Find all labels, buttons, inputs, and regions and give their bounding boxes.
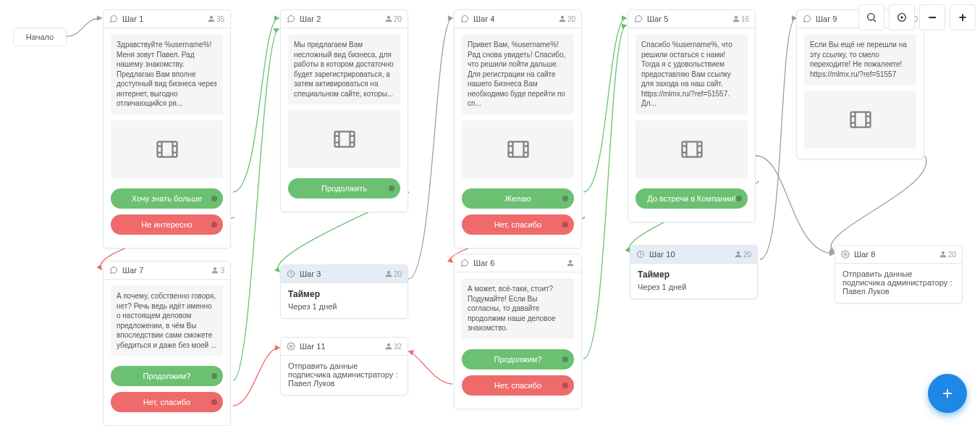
card-header: Шаг 6 xyxy=(455,254,581,272)
svg-point-6 xyxy=(290,346,292,348)
gears-icon xyxy=(287,342,295,351)
card-count: 16 xyxy=(732,15,749,23)
card-step-7[interactable]: Шаг 7 3 А почему, собственно говоря, нет… xyxy=(103,261,231,426)
card-header: Шаг 5 16 xyxy=(628,10,755,28)
card-count: 20 xyxy=(385,15,402,23)
add-step-fab[interactable]: + xyxy=(928,374,967,413)
card-step-5[interactable]: Шаг 5 16 Спасибо %username%, что решили … xyxy=(628,9,756,222)
card-header: Шаг 10 20 xyxy=(630,246,757,264)
svg-rect-1 xyxy=(334,132,354,147)
clock-icon xyxy=(287,270,295,278)
button-no-thanks[interactable]: Нет, спасибо xyxy=(462,214,574,235)
chat-icon xyxy=(460,259,469,267)
button-see-you[interactable]: До встречи в Компании! xyxy=(635,188,748,209)
target-icon xyxy=(896,12,908,23)
chat-icon xyxy=(109,266,118,275)
card-count: 20 xyxy=(735,251,751,259)
svg-rect-0 xyxy=(157,141,177,156)
card-step-6[interactable]: Шаг 6 А может, всё-таки, стоит? Подумайт… xyxy=(454,254,582,409)
gears-icon xyxy=(841,250,850,259)
card-count: 20 xyxy=(939,251,956,259)
card-header: Шаг 7 3 xyxy=(104,262,230,280)
svg-point-8 xyxy=(845,254,847,256)
minus-icon: − xyxy=(928,9,937,26)
button-not-interested[interactable]: Не интересно xyxy=(111,214,223,235)
svg-rect-2 xyxy=(508,141,528,156)
card-title: Шаг 10 xyxy=(649,250,735,259)
card-title: Шаг 3 xyxy=(300,270,385,278)
message-text: Привет Вам, %username%! Рад снова увидет… xyxy=(462,34,574,114)
card-title: Шаг 1 xyxy=(122,14,208,23)
zoom-in-button[interactable]: + xyxy=(950,4,976,30)
message-text: А почему, собственно говоря, нет? Речь в… xyxy=(111,285,223,356)
start-label: Начало xyxy=(26,33,54,41)
card-title: Шаг 2 xyxy=(300,14,385,23)
button-continue-q[interactable]: Продолжим? xyxy=(462,349,574,369)
chat-icon xyxy=(287,14,295,23)
card-count: 20 xyxy=(559,15,575,23)
card-step-4[interactable]: Шаг 4 20 Привет Вам, %username%! Рад сно… xyxy=(454,9,582,248)
search-button[interactable] xyxy=(858,4,884,30)
svg-point-11 xyxy=(901,17,903,18)
card-header: Шаг 3 20 xyxy=(281,265,407,283)
message-text: Здравствуйте %username%! Меня зовут Паве… xyxy=(111,34,223,114)
card-step-8[interactable]: Шаг 8 20 Отправить данные подписчика адм… xyxy=(835,245,963,304)
plus-icon: + xyxy=(942,383,952,404)
action-text: Отправить данные подписчика администрато… xyxy=(288,362,400,388)
card-step-1[interactable]: Шаг 1 35 Здравствуйте %username%! Меня з… xyxy=(103,9,231,248)
media-placeholder xyxy=(635,120,748,178)
message-text: Если Вы ещё не перешли на эту ссылку, то… xyxy=(804,34,916,85)
svg-point-9 xyxy=(868,14,874,20)
card-step-9[interactable]: Шаг 9 20 Если Вы ещё не перешли на эту с… xyxy=(796,9,924,159)
card-header: Шаг 11 32 xyxy=(281,338,407,356)
card-step-3[interactable]: Шаг 3 20 Таймер Через 1 дней xyxy=(280,264,408,319)
message-text: А может, всё-таки, стоит? Подумайте! Есл… xyxy=(462,278,574,339)
card-header: Шаг 8 20 xyxy=(835,246,962,264)
media-placeholder xyxy=(804,91,916,149)
clock-icon xyxy=(636,250,645,259)
button-continue[interactable]: Продолжить xyxy=(288,178,400,199)
media-placeholder xyxy=(462,120,574,178)
card-header: Шаг 2 20 xyxy=(281,10,407,28)
message-text: Мы предлагаем Вам несложный вид бизнеса,… xyxy=(288,34,400,104)
timer-subtitle: Через 1 дней xyxy=(288,302,400,311)
card-count xyxy=(567,259,575,267)
chat-icon xyxy=(109,14,118,23)
button-more[interactable]: Хочу знать больше xyxy=(111,188,223,209)
card-title: Шаг 5 xyxy=(647,14,732,23)
card-count: 35 xyxy=(208,15,224,23)
timer-subtitle: Через 1 дней xyxy=(638,283,750,291)
action-text: Отправить данные подписчика администрато… xyxy=(842,270,955,296)
svg-rect-4 xyxy=(850,112,870,128)
card-title: Шаг 8 xyxy=(854,250,939,259)
start-node[interactable]: Начало xyxy=(13,28,67,46)
card-count: 20 xyxy=(385,270,402,278)
search-icon xyxy=(866,12,877,23)
card-header: Шаг 1 35 xyxy=(104,10,230,28)
card-title: Шаг 7 xyxy=(122,266,211,275)
timer-title: Таймер xyxy=(288,289,400,299)
zoom-out-button[interactable]: − xyxy=(919,4,945,30)
media-placeholder xyxy=(288,110,400,168)
chat-icon xyxy=(803,14,811,23)
svg-rect-3 xyxy=(682,141,701,156)
media-placeholder xyxy=(111,120,223,178)
button-no-thanks[interactable]: Нет, спасибо xyxy=(111,392,223,412)
chat-icon xyxy=(460,14,469,23)
message-text: Спасибо %username%, что решили остаться … xyxy=(635,34,748,114)
card-count: 3 xyxy=(211,267,224,275)
plus-icon: + xyxy=(959,10,967,25)
chat-icon xyxy=(634,14,643,23)
card-step-10[interactable]: Шаг 10 20 Таймер Через 1 дней xyxy=(630,245,758,299)
toolbar: − + xyxy=(858,4,976,30)
card-title: Шаг 11 xyxy=(300,342,385,351)
button-wish[interactable]: Желаю xyxy=(462,188,574,209)
button-continue-q[interactable]: Продолжим? xyxy=(111,366,223,386)
button-no-thanks[interactable]: Нет, спасибо xyxy=(462,375,574,396)
card-count: 32 xyxy=(385,343,402,351)
card-title: Шаг 4 xyxy=(473,14,559,23)
card-step-2[interactable]: Шаг 2 20 Мы предлагаем Вам несложный вид… xyxy=(280,9,408,212)
center-button[interactable] xyxy=(889,4,915,30)
card-title: Шаг 6 xyxy=(473,259,567,267)
card-step-11[interactable]: Шаг 11 32 Отправить данные подписчика ад… xyxy=(280,337,408,396)
